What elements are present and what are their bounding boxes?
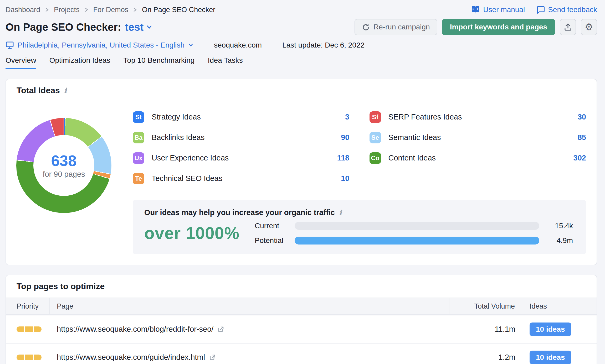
priority-indicator <box>17 326 50 332</box>
info-icon[interactable]: i <box>64 86 67 95</box>
external-link-icon[interactable] <box>209 354 216 361</box>
legend-value-link[interactable]: 90 <box>341 133 349 142</box>
info-icon[interactable]: i <box>339 209 342 217</box>
breadcrumb-current: On Page SEO Checker <box>142 6 215 14</box>
campaign-selector[interactable]: test <box>125 21 152 33</box>
backlinks-badge-icon: Ba <box>133 132 144 143</box>
user-manual-link[interactable]: User manual <box>471 6 525 14</box>
total-ideas-header: Total Ideas i <box>6 79 597 102</box>
last-update: Last update: Dec 6, 2022 <box>282 41 365 49</box>
semantic-badge-icon: Se <box>370 132 381 143</box>
legend-value-link[interactable]: 85 <box>578 133 586 142</box>
upload-icon <box>564 23 572 31</box>
page-title: On Page SEO Checker: test <box>6 21 152 33</box>
legend-label: Semantic Ideas <box>388 133 441 142</box>
ideas-count-button[interactable]: 10 ideas <box>530 323 571 336</box>
breadcrumb-for-demos[interactable]: For Demos <box>93 6 129 14</box>
campaign-name: test <box>125 21 143 33</box>
breadcrumb-dashboard[interactable]: Dashboard <box>6 6 40 14</box>
tab-optimization-ideas[interactable]: Optimization Ideas <box>49 56 110 69</box>
tab-overview[interactable]: Overview <box>6 56 36 69</box>
potential-traffic-row: Potential 4.9m <box>255 236 573 245</box>
donut-center: 638 for 90 pages <box>33 135 94 196</box>
total-ideas-card: Total Ideas i 638 for 90 pages St <box>6 79 597 265</box>
donut-total-value: 638 <box>51 152 77 169</box>
top-pages-header: Top pages to optimize <box>6 275 597 298</box>
legend-value-link[interactable]: 3 <box>345 113 349 121</box>
send-feedback-link[interactable]: Send feedback <box>536 6 597 14</box>
traffic-increase-highlight: over 1000% <box>144 223 255 243</box>
legend-column-right: Sf SERP Features Ideas 30 Se Semantic Id… <box>370 111 586 193</box>
table-row: https://www.seoquake.com/blog/reddit-for… <box>6 315 597 343</box>
current-traffic-bar <box>295 222 539 230</box>
legend-label: User Experience Ideas <box>152 154 229 162</box>
user-manual-label: User manual <box>483 6 525 14</box>
meta-row: Philadelphia, Pennsylvania, United State… <box>6 41 597 49</box>
priority-pill <box>34 355 42 360</box>
legend-item-serp-features: Sf SERP Features Ideas 30 <box>370 111 586 123</box>
column-header-priority: Priority <box>6 298 50 314</box>
bar-label-current: Current <box>255 222 295 230</box>
legend-label: Technical SEO Ideas <box>152 174 222 183</box>
chevron-down-icon <box>188 43 193 47</box>
ideas-cell: 10 ideas <box>522 323 597 336</box>
page: Dashboard Projects For Demos On Page SEO… <box>0 0 605 364</box>
tab-top10-benchmarking[interactable]: Top 10 Benchmarking <box>124 56 195 69</box>
page-title-text: On Page SEO Checker: <box>6 21 121 33</box>
ideas-count-button[interactable]: 10 ideas <box>530 351 571 364</box>
location-selector[interactable]: Philadelphia, Pennsylvania, United State… <box>6 41 193 49</box>
traffic-panel-header: Our ideas may help you increase your org… <box>144 208 575 217</box>
book-icon <box>471 6 480 14</box>
legend-label: Backlinks Ideas <box>152 133 205 142</box>
export-button[interactable] <box>560 19 576 35</box>
send-feedback-label: Send feedback <box>548 6 597 14</box>
chevron-right-icon <box>45 7 49 13</box>
ideas-legend: St Strategy Ideas 3 Ba Backlinks Ideas 9… <box>133 111 586 193</box>
legend-column-left: St Strategy Ideas 3 Ba Backlinks Ideas 9… <box>133 111 350 193</box>
page-url[interactable]: https://www.seoquake.com/blog/reddit-for… <box>57 325 213 334</box>
traffic-panel-body: over 1000% Current 15.4k Potential 4.9m <box>144 222 575 245</box>
traffic-panel-title: Our ideas may help you increase your org… <box>144 208 335 217</box>
legend-value-link[interactable]: 10 <box>341 174 349 183</box>
breadcrumb: Dashboard Projects For Demos On Page SEO… <box>6 6 215 14</box>
chevron-down-icon <box>146 25 152 29</box>
tab-idea-tasks[interactable]: Idea Tasks <box>208 56 243 69</box>
legend-item-strategy: St Strategy Ideas 3 <box>133 111 350 123</box>
top-links: User manual Send feedback <box>471 6 597 14</box>
settings-button[interactable]: ⚙ <box>581 19 597 35</box>
campaign-domain: seoquake.com <box>214 41 262 49</box>
rerun-campaign-button[interactable]: Re-run campaign <box>355 19 437 35</box>
top-pages-title: Top pages to optimize <box>17 282 105 291</box>
priority-pill <box>17 355 24 360</box>
legend-item-user-experience: Ux User Experience Ideas 118 <box>133 152 350 164</box>
priority-pill <box>34 326 42 332</box>
refresh-icon <box>362 23 370 31</box>
legend-value-link[interactable]: 30 <box>578 113 586 121</box>
legend-value-link[interactable]: 302 <box>573 154 586 162</box>
page-url[interactable]: https://www.seoquake.com/guide/index.htm… <box>57 353 205 362</box>
priority-indicator <box>17 355 50 360</box>
traffic-bars: Current 15.4k Potential 4.9m <box>255 222 575 245</box>
legend-item-technical-seo: Te Technical SEO Ideas 10 <box>133 173 350 184</box>
donut-wrap: 638 for 90 pages <box>14 118 114 254</box>
import-keywords-button[interactable]: Import keywords and pages <box>442 19 555 35</box>
column-header-ideas: Ideas <box>522 302 597 310</box>
table-row: https://www.seoquake.com/guide/index.htm… <box>6 343 597 364</box>
external-link-icon[interactable] <box>217 326 224 333</box>
priority-cell <box>6 326 50 332</box>
strategy-badge-icon: St <box>133 111 144 123</box>
chevron-right-icon <box>133 7 137 13</box>
breadcrumb-projects[interactable]: Projects <box>54 6 80 14</box>
legend-value-link[interactable]: 118 <box>337 154 350 162</box>
title-row: On Page SEO Checker: test Re-run campaig… <box>6 19 597 35</box>
priority-pill <box>25 355 33 360</box>
total-volume-cell: 1.2m <box>449 353 522 362</box>
tab-bar: Overview Optimization Ideas Top 10 Bench… <box>6 56 597 69</box>
column-header-page: Page <box>50 298 449 314</box>
total-ideas-body: 638 for 90 pages St Strategy Ideas 3 B <box>6 102 597 265</box>
technical-seo-badge-icon: Te <box>133 173 144 184</box>
legend-item-content: Co Content Ideas 302 <box>370 152 586 164</box>
content-badge-icon: Co <box>370 152 381 164</box>
serp-features-badge-icon: Sf <box>370 111 381 123</box>
organic-traffic-panel: Our ideas may help you increase your org… <box>133 200 586 254</box>
